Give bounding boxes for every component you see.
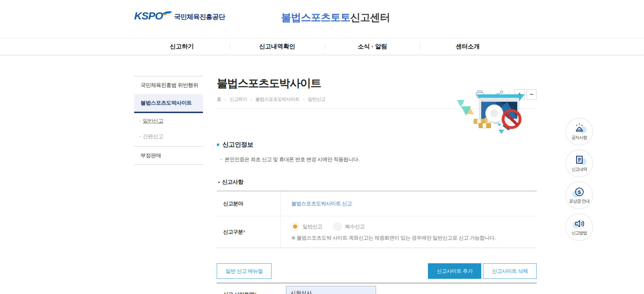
page-title: 불법스포츠도박사이트 — [217, 76, 537, 91]
page: KSPO 국민체육진흥공단 불법스포츠토토신고센터 신고하기 신고내역확인 소식… — [0, 0, 644, 294]
subitem-label: 간편신고 — [143, 133, 163, 139]
nav-item-report-history[interactable]: 신고내역확인 — [229, 38, 325, 55]
breadcrumb-separator: › — [303, 97, 304, 101]
note-text: 본인인증은 최초 신고 및 휴대폰 번호 변경 시에만 적용됩니다. — [225, 157, 359, 162]
report-type-label: 신고구분 — [223, 229, 243, 235]
subsection-title: 신고사항 — [222, 179, 243, 185]
main-content: 불법스포츠도박사이트 홈 › 신고하기 › 불법스포츠도박사이트 › 일반신고 — [217, 76, 537, 102]
nav-item-news[interactable]: 소식 · 알림 — [325, 38, 420, 55]
required-asterisk: * — [255, 292, 256, 294]
quick-menu-label: 신고방법 — [572, 230, 587, 236]
header: KSPO 국민체육진흥공단 불법스포츠토토신고센터 — [0, 0, 644, 38]
subitem-label: 일반신고 — [143, 118, 163, 124]
section-title: 신고인정보 — [222, 140, 254, 149]
report-field-value-cell: 불법스포츠도박사이트 신고 — [280, 191, 537, 216]
report-type-value-cell: 일반신고 복수신고 ※ 불법스포츠도박 사이트 계좌신고는 채증화면이 있는 경… — [280, 216, 537, 248]
quick-menu-reward[interactable]: $ 포상금 안내 — [565, 181, 593, 209]
svg-text:$: $ — [578, 189, 581, 195]
required-asterisk: * — [243, 229, 245, 235]
siren-icon — [574, 123, 585, 134]
breadcrumb-separator: › — [251, 97, 252, 101]
site-title-blue: 불법스포츠토토 — [281, 12, 350, 23]
report-type-note: ※ 불법스포츠도박 사이트 계좌신고는 채증화면이 있는 경우에만 일반신고로 … — [291, 235, 537, 241]
site-title-dark: 신고센터 — [350, 12, 390, 23]
identity-note: ·본인인증은 최초 신고 및 휴대폰 번호 변경 시에만 적용됩니다. — [220, 156, 359, 163]
radio-general-report-label[interactable]: 일반신고 — [303, 223, 322, 230]
nav-item-report[interactable]: 신고하기 — [134, 38, 229, 55]
quick-menu-how-to-report[interactable]: 신고방법 — [565, 213, 593, 241]
sidebar-subitem-general-report[interactable]: -일반신고 — [134, 113, 203, 129]
sidebar-item-violation[interactable]: 국민체육진흥법 위반행위 — [134, 76, 203, 94]
delete-report-site-button[interactable]: 신고사이트 삭제 — [483, 263, 537, 279]
subitem-dash: - — [139, 118, 141, 124]
site-name-label-cell: 신고 사이트명* — [217, 283, 280, 294]
report-type-row: 신고구분* 일반신고 복수신고 ※ 불법스포츠도박 사이트 계좌신고는 채증화면… — [217, 216, 537, 248]
quick-menu-notice[interactable]: 공지사항 — [565, 118, 593, 146]
site-form-table: 신고 사이트명* — [217, 283, 537, 294]
subsection-bullet-icon: • — [218, 180, 220, 185]
note-bullet-icon: · — [220, 157, 222, 162]
report-field-label: 신고분야 — [217, 191, 280, 216]
quick-menu: 공지사항 신고내역 $ 포상금 안내 — [565, 118, 594, 245]
sidebar: 국민체육진흥법 위반행위 불법스포츠도박사이트 -일반신고 -간편신고 부정판매 — [134, 76, 203, 165]
global-nav-inner: 신고하기 신고내역확인 소식 · 알림 센터소개 — [134, 38, 515, 55]
radio-general-report[interactable] — [291, 223, 299, 230]
quick-menu-label: 신고내역 — [572, 166, 587, 172]
nav-item-about[interactable]: 센터소개 — [420, 38, 515, 55]
general-report-manual-button[interactable]: 일반 신고 매뉴얼 — [217, 263, 272, 279]
report-form-table: 신고분야 불법스포츠도박사이트 신고 신고구분* 일반신고 복수신고 ※ 불법 — [217, 191, 537, 248]
report-field-row: 신고분야 불법스포츠도박사이트 신고 — [217, 191, 537, 216]
subitem-dash: - — [139, 133, 141, 139]
radio-multiple-report-label[interactable]: 복수신고 — [345, 223, 365, 230]
report-type-label-cell: 신고구분* — [217, 216, 280, 248]
add-report-site-button[interactable]: 신고사이트 추가 — [428, 263, 482, 279]
quick-menu-label: 포상금 안내 — [569, 198, 589, 204]
document-icon — [574, 154, 585, 166]
quick-menu-report-history[interactable]: 신고내역 — [565, 149, 593, 177]
site-name-value-cell — [280, 283, 537, 294]
quick-menu-label: 공지사항 — [572, 135, 587, 141]
site-name-input[interactable] — [286, 286, 376, 294]
report-illustration — [454, 94, 529, 137]
sidebar-item-illegal-sale[interactable]: 부정판매 — [134, 146, 203, 165]
report-type-radio-group: 일반신고 복수신고 — [291, 223, 537, 230]
radio-multiple-report[interactable] — [334, 223, 341, 230]
speaker-icon — [574, 218, 585, 229]
breadcrumb-separator: › — [225, 97, 226, 101]
site-name-label: 신고 사이트명 — [223, 292, 254, 294]
sidebar-subitem-simple-report[interactable]: -간편신고 — [134, 129, 203, 144]
subsection-report-details: •신고사항 — [218, 178, 243, 186]
site-title[interactable]: 불법스포츠토토신고센터 — [134, 11, 537, 25]
breadcrumb-general-report[interactable]: 일반신고 — [308, 96, 326, 102]
report-field-link[interactable]: 불법스포츠도박사이트 신고 — [291, 200, 537, 207]
dollar-coin-icon: $ — [574, 186, 585, 198]
section-bullet-icon — [217, 143, 219, 146]
breadcrumb-home[interactable]: 홈 — [217, 96, 221, 102]
sidebar-item-illegal-site[interactable]: 불법스포츠도박사이트 — [134, 94, 203, 113]
section-reporter-info: 신고인정보 — [217, 140, 254, 149]
site-name-row: 신고 사이트명* — [217, 283, 537, 294]
breadcrumb-illegal-site[interactable]: 불법스포츠도박사이트 — [255, 96, 299, 102]
breadcrumb-report[interactable]: 신고하기 — [229, 96, 247, 102]
action-button-row: 일반 신고 매뉴얼 신고사이트 추가 신고사이트 삭제 — [217, 263, 537, 279]
global-nav: 신고하기 신고내역확인 소식 · 알림 센터소개 — [0, 38, 644, 55]
